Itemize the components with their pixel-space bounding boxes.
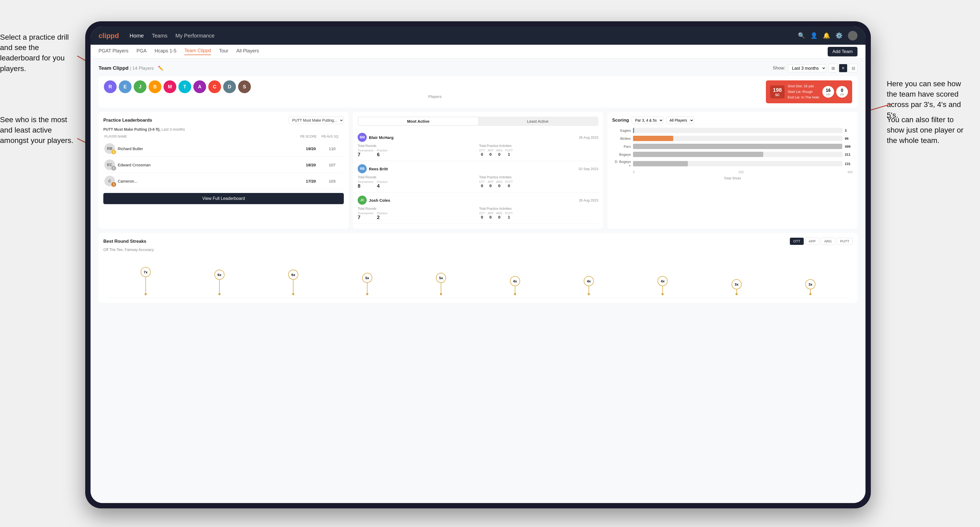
nav-home[interactable]: Home — [130, 33, 144, 39]
scoring-par-select[interactable]: Par 3, 4 & 5s — [632, 117, 663, 124]
streak-pin-line-2 — [219, 280, 220, 293]
annotation-1-text: Select a practice drill and see the lead… — [0, 33, 69, 73]
detail-view-btn[interactable]: ⊟ — [849, 64, 858, 72]
profile-icon[interactable]: 👤 — [810, 32, 818, 39]
pa-stats-3: Total Rounds Tournament 7 Practice 2 — [358, 207, 598, 221]
streak-pin-8: 4x — [657, 276, 668, 295]
streak-pin-circle-9: 3x — [732, 279, 741, 289]
nav-links: Home Teams My Performance — [130, 33, 798, 39]
annotation-3-text: Here you can see how the team have score… — [887, 79, 961, 119]
player-avatar-1[interactable]: R — [104, 80, 117, 93]
chart-bar-pars — [633, 144, 842, 149]
shot-details: Shot Dist: 16 yds Start Lie: Rough End L… — [788, 84, 819, 100]
pa-stats-2: Total Rounds Tournament 8 Practice 4 — [358, 175, 598, 189]
pa-header-3: JC Josh Coles 26 Aug 2023 — [358, 195, 598, 205]
chart-val-birdies: 96 — [845, 137, 853, 141]
sub-nav-tour[interactable]: Tour — [219, 48, 228, 55]
pa-date-2: 02 Sep 2023 — [579, 167, 598, 171]
view-full-leaderboard-button[interactable]: View Full Leaderboard — [103, 193, 344, 204]
nav-my-performance[interactable]: My Performance — [175, 33, 215, 39]
lb-avg-3: 103 — [321, 179, 343, 183]
sub-nav-pgat[interactable]: PGAT Players — [99, 48, 128, 55]
br-tab-app[interactable]: APP — [805, 238, 819, 245]
most-active-tab[interactable]: Most Active — [358, 117, 478, 125]
streak-pin-circle-1: 7x — [141, 267, 151, 277]
drill-select[interactable]: PUTT Must Make Putting... — [289, 117, 344, 124]
streak-pin-circle-10: 3x — [805, 279, 815, 289]
grid-view-btn[interactable]: ⊞ — [829, 64, 837, 72]
lb-rank-badge-1: 1 — [111, 149, 116, 154]
streak-pin-dot-7 — [588, 293, 590, 295]
br-tab-putt[interactable]: PUTT — [837, 238, 853, 245]
sub-nav-hcaps[interactable]: Hcaps 1-5 — [154, 48, 176, 55]
lb-rank-badge-3: 3 — [111, 182, 116, 187]
streak-pins-container: 7x 6x 6x — [109, 256, 847, 298]
chart-bar-birdies — [633, 136, 673, 141]
pa-stat-practice-2: Total Practice Activities OTT 0 APP 0 — [479, 175, 598, 189]
scoring-header: Scoring Par 3, 4 & 5s All Players — [612, 117, 853, 124]
player-avatar-3[interactable]: J — [134, 80, 146, 93]
lb-avg-1: 110 — [321, 146, 343, 151]
player-avatar-4[interactable]: B — [149, 80, 161, 93]
chart-bar-bg-eagles — [633, 128, 843, 133]
list-view-btn[interactable]: ≡ — [839, 64, 847, 72]
br-tab-ott[interactable]: OTT — [790, 238, 804, 245]
chart-val-bogeys: 311 — [845, 152, 853, 157]
sub-nav-team-clippd[interactable]: Team Clippd — [184, 48, 211, 55]
chart-row-dbogeys: D. Bogeys + 131 — [612, 160, 853, 168]
chart-val-pars: 499 — [845, 144, 853, 149]
scoring-player-select[interactable]: All Players — [666, 117, 694, 124]
pa-date-1: 26 Aug 2023 — [579, 135, 598, 140]
streak-pin-circle-4: 5x — [362, 273, 372, 283]
sub-nav-all-players[interactable]: All Players — [237, 48, 259, 55]
annotation-2: See who is the most and least active amo… — [0, 114, 75, 146]
settings-icon[interactable]: ⚙️ — [835, 32, 843, 39]
streak-pin-line-4 — [367, 283, 368, 293]
chart-container: Eagles 3 Birdies 96 — [612, 128, 853, 183]
player-avatar-7[interactable]: A — [193, 80, 206, 93]
pa-avatar-3: JC — [358, 195, 367, 205]
activity-tabs: Most Active Least Active — [358, 117, 598, 126]
lb-player-3: C 3 Cameron... — [104, 176, 300, 186]
shot-yards: 16 yds 0 yds — [822, 86, 848, 98]
player-activity-2: RB Rees Britt 02 Sep 2023 Total Rounds T… — [358, 161, 598, 192]
three-col: Practice Leaderboards PUTT Must Make Put… — [99, 112, 858, 229]
show-select[interactable]: Last 3 months Last month Last week — [788, 64, 826, 72]
team-title: Team Clippd | 14 Players — [99, 65, 154, 71]
br-header: Best Round Streaks OTT APP ARG PUTT — [103, 238, 853, 245]
br-title: Best Round Streaks — [103, 239, 146, 244]
streak-pin-circle-3: 6x — [288, 270, 298, 280]
least-active-tab[interactable]: Least Active — [478, 117, 598, 125]
streak-pin-dot-4 — [366, 293, 368, 295]
chart-bar-bg-birdies — [633, 136, 843, 141]
team-count: | 14 Players — [130, 66, 154, 71]
streak-pin-9: 3x — [732, 279, 741, 295]
streak-pin-dot-9 — [735, 293, 738, 295]
streak-pin-line-3 — [293, 280, 293, 293]
bell-icon[interactable]: 🔔 — [823, 32, 830, 39]
br-tab-arg[interactable]: ARG — [821, 238, 835, 245]
lb-player-1: RB 1 Richard Butler — [104, 143, 300, 154]
streak-pin-dot-2 — [218, 293, 221, 295]
nav-logo: clippd — [99, 32, 119, 40]
player-avatar-2[interactable]: E — [119, 80, 132, 93]
show-filter: Show: Last 3 months Last month Last week… — [773, 64, 858, 72]
edit-icon[interactable]: ✏️ — [158, 65, 164, 71]
players-card: R E J B M T A C D S Players — [99, 76, 858, 108]
pa-avatar-2: RB — [358, 164, 367, 173]
chart-label-dbogeys: D. Bogeys + — [612, 160, 631, 168]
player-avatar-8[interactable]: C — [208, 80, 221, 93]
avatar[interactable] — [848, 31, 858, 40]
pa-player-2: RB Rees Britt — [358, 164, 388, 173]
pa-header-2: RB Rees Britt 02 Sep 2023 — [358, 164, 598, 173]
pa-stat-rounds-2: Total Rounds Tournament 8 Practice 4 — [358, 175, 477, 189]
sub-nav-pga[interactable]: PGA — [136, 48, 146, 55]
streak-pin-dot-1 — [145, 293, 147, 295]
player-avatar-5[interactable]: M — [164, 80, 176, 93]
add-team-button[interactable]: Add Team — [828, 47, 858, 56]
player-avatar-6[interactable]: T — [178, 80, 191, 93]
nav-teams[interactable]: Teams — [152, 33, 167, 39]
player-avatar-10[interactable]: S — [238, 80, 251, 93]
search-icon[interactable]: 🔍 — [798, 32, 805, 39]
player-avatar-9[interactable]: D — [223, 80, 236, 93]
